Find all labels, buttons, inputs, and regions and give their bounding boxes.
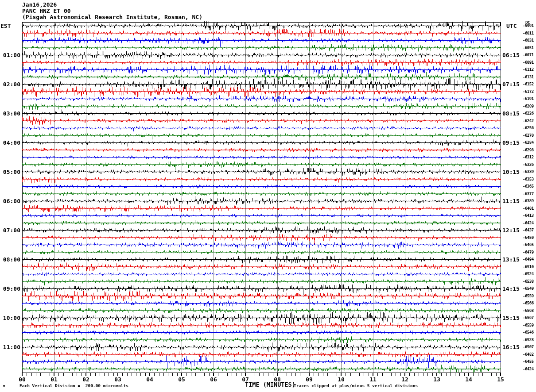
x-tick-label: 02 [79,376,93,383]
title-location: (Pisgah Astronomical Research Institute,… [22,14,202,20]
dc-offset-value: -5991 [523,23,534,28]
right-hour-label: 12:15 [502,227,520,233]
dc-offset-value: -6131 [523,75,534,79]
dc-offset-value: -6326 [523,162,534,167]
dc-offset-value: -6465 [523,242,534,247]
dc-offset-value: -6538 [523,279,534,284]
x-tick-label: 11 [366,376,380,383]
dc-offset-value: -6546 [523,330,534,334]
right-hour-label: 15:15 [502,315,520,321]
dc-offset-value: -6172 [523,89,534,94]
x-tick-label: 03 [111,376,124,383]
x-axis-title: TIME (MINUTES) [245,381,295,388]
x-tick-label: 15 [494,376,507,383]
dc-offset-value: -6482 [523,352,534,357]
dc-offset-value: -6242 [523,119,534,123]
dc-offset-value: -6479 [523,250,534,254]
right-hour-label: 07:15 [502,81,520,87]
left-hour-label: 09:00 [0,285,20,292]
dc-offset-value: -6455 [523,359,534,364]
dc-offset-value: -6524 [523,272,534,276]
helicorder-page: Jan16,2026 PANC HNZ ET 00 (Pisgah Astron… [0,0,536,392]
dc-offset-value: -6567 [523,315,534,320]
footer-mark: M [3,384,5,388]
right-axis-header: UTC [506,23,517,29]
dc-offset-value: -6566 [523,301,534,305]
right-hour-label: 09:15 [502,139,520,146]
dc-offset-value: -6450 [523,235,534,240]
dc-offset-value: -6091 [523,60,534,65]
dc-offset-value: -6437 [523,228,534,232]
dc-offset-value: -6051 [523,46,534,50]
dc-offset-value: -6377 [523,192,534,196]
left-hour-label: 03:00 [0,110,20,116]
x-tick-label: 13 [430,376,443,383]
dc-offset-value: -6528 [523,338,534,342]
x-tick-label: 04 [143,376,156,383]
right-hour-label: 08:15 [502,110,520,116]
right-hour-label: 10:15 [502,169,520,175]
x-tick-label: 01 [47,376,61,383]
title-station: PANC HNZ ET 00 [22,8,71,14]
x-tick-label: 12 [398,376,412,383]
dc-offset-value: -6031 [523,38,534,42]
scale-note: Each Vertical Division = 200.00 microvol… [19,383,128,388]
dc-offset-value: -6011 [523,31,534,35]
left-hour-label: 06:00 [0,198,20,204]
left-hour-label: 10:00 [0,315,20,321]
x-tick-label: 06 [207,376,220,383]
dc-offset-value: -6424 [523,221,534,225]
left-axis-header: EST [0,23,11,29]
dc-offset-value: -6191 [523,96,534,101]
dc-offset-value: -6424 [523,367,534,371]
left-hour-label: 08:00 [0,256,20,262]
dc-offset-value: -6112 [523,67,534,72]
right-hour-label: 14:15 [502,285,520,292]
dc-offset-value: -6226 [523,111,534,115]
dc-offset-value: -6270 [523,133,534,138]
x-tick-label: 09 [303,376,316,383]
dc-offset-value: -6284 [523,140,534,145]
left-hour-label: 05:00 [0,169,20,175]
dc-offset-value: -6152 [523,82,534,86]
right-hour-label: 06:15 [502,52,520,58]
left-hour-label: 01:00 [0,52,20,58]
x-tick-label: 00 [16,376,29,383]
dc-offset-value: -6389 [523,199,534,203]
left-hour-label: 04:00 [0,139,20,146]
left-hour-label: 07:00 [0,227,20,233]
x-tick-label: 05 [175,376,188,383]
dc-offset-value: -6549 [523,286,534,291]
dc-offset-value: -6365 [523,184,534,188]
dc-offset-value: -6298 [523,148,534,152]
dc-offset-value: -6559 [523,294,534,298]
dc-offset-value: -6339 [523,169,534,174]
x-tick-label: 14 [462,376,475,383]
dc-offset-value: -6413 [523,213,534,218]
left-hour-label: 02:00 [0,81,20,87]
right-hour-label: 16:15 [502,344,520,350]
dc-offset-value: -6494 [523,257,534,261]
left-hour-label: 11:00 [0,344,20,350]
dc-offset-value: -6510 [523,265,534,269]
dc-offset-value: -6312 [523,155,534,159]
right-hour-label: 11:15 [502,198,520,204]
dc-offset-value: -6256 [523,126,534,130]
dc-offset-value: -6209 [523,104,534,108]
x-tick-label: 10 [334,376,348,383]
helicorder-canvas [0,0,536,392]
clip-note: Traces clipped at plus/minus 5 vertical … [294,383,418,388]
title-date: Jan16,2026 [22,2,57,8]
dc-offset-value: -6071 [523,53,534,57]
dc-offset-value: -6559 [523,323,534,327]
dc-offset-value: -6568 [523,308,534,313]
dc-offset-value: -6353 [523,177,534,181]
dc-offset-value: -6401 [523,206,534,211]
dc-offset-value: -6507 [523,345,534,349]
right-hour-label: 13:15 [502,256,520,262]
